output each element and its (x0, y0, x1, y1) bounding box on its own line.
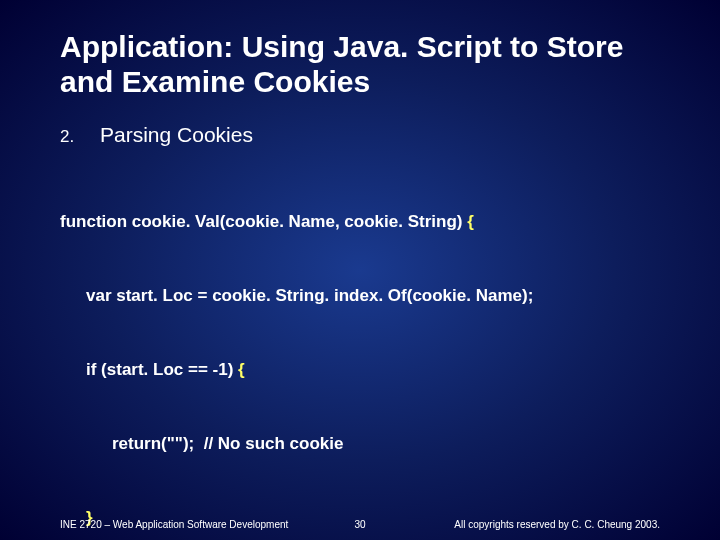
subtitle-number: 2. (60, 127, 100, 147)
subtitle-text: Parsing Cookies (100, 123, 253, 147)
code-line-3: return(""); // No such cookie (60, 432, 660, 457)
code-text: if (start. Loc == -1) (86, 360, 238, 379)
footer-right: All copyrights reserved by C. C. Cheung … (386, 519, 660, 530)
footer-page-number: 30 (334, 519, 385, 530)
subtitle-row: 2. Parsing Cookies (60, 123, 660, 147)
code-line-0: function cookie. Val(cookie. Name, cooki… (60, 210, 660, 235)
footer-left: INE 2720 – Web Application Software Deve… (60, 519, 334, 530)
brace-open: { (238, 360, 245, 379)
code-line-2: if (start. Loc == -1) { (60, 358, 660, 383)
code-text: cookie. Val(cookie. Name, cookie. String… (127, 212, 467, 231)
slide: Application: Using Java. Script to Store… (0, 0, 720, 540)
footer: INE 2720 – Web Application Software Deve… (0, 519, 720, 530)
keyword-function: function (60, 212, 127, 231)
brace-open: { (467, 212, 474, 231)
code-block: function cookie. Val(cookie. Name, cooki… (60, 161, 660, 540)
code-line-1: var start. Loc = cookie. String. index. … (60, 284, 660, 309)
slide-title: Application: Using Java. Script to Store… (60, 30, 660, 99)
